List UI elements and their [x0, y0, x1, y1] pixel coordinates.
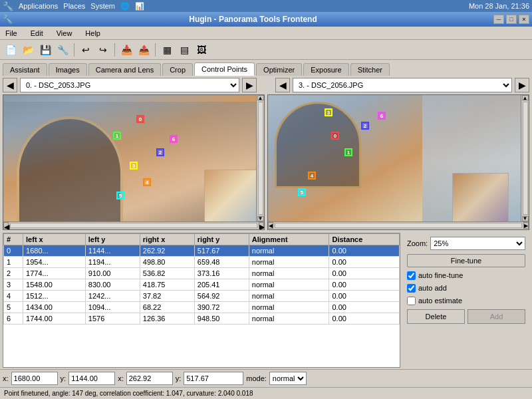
zoom-row: Zoom: 25% — [407, 237, 525, 250]
export-button[interactable]: 📤 — [136, 42, 152, 58]
cp-right-1: 1 — [344, 148, 352, 156]
cp-left-0: 0 — [136, 115, 144, 123]
left-hscroll[interactable]: ◀ ▶ — [3, 221, 264, 229]
save-button[interactable]: 💾 — [37, 42, 53, 58]
redo-button[interactable]: ↪ — [95, 42, 111, 58]
preview-button[interactable]: 🖼 — [194, 42, 209, 58]
cp-right-6: 6 — [378, 112, 386, 120]
auto-estimate-checkbox[interactable] — [407, 297, 416, 305]
col-right-x[interactable]: right x — [140, 233, 194, 245]
tab-camera-lens[interactable]: Camera and Lens — [88, 63, 161, 76]
x2-input[interactable] — [126, 372, 173, 385]
action-row: Delete Add — [407, 309, 525, 324]
title-bar-buttons: ─ □ × — [493, 15, 529, 24]
col-left-y[interactable]: left y — [85, 233, 140, 245]
maximize-button[interactable]: □ — [506, 15, 517, 24]
tab-assistant[interactable]: Assistant — [3, 63, 47, 76]
left-vscroll[interactable]: ▲ ▼ — [256, 95, 264, 221]
import-button[interactable]: 📥 — [118, 42, 134, 58]
table-row[interactable]: 01680...1144...262.92517.67normal0.00 — [4, 245, 400, 256]
status-text: Point finetuned, angle: 147 deg, correla… — [4, 390, 253, 397]
app-icon: 🔧 — [3, 1, 13, 11]
title-bar: 🔧 Hugin - Panorama Tools Frontend ─ □ × — [0, 12, 532, 27]
cp-table: # left x left y right x right y Alignmen… — [3, 233, 400, 325]
right-vscroll[interactable]: ▲ ▼ — [521, 95, 529, 221]
control-points-table[interactable]: # left x left y right x right y Alignmen… — [3, 233, 400, 368]
audio-icon: 📊 — [135, 2, 144, 11]
mode-select[interactable]: normal — [269, 372, 307, 385]
cp-right-2: 2 — [361, 122, 369, 130]
system-menu[interactable]: System — [90, 2, 115, 10]
x1-input[interactable] — [11, 372, 58, 385]
cp-left-5: 5 — [116, 192, 124, 200]
fine-tune-button[interactable]: Fine-tune — [407, 254, 525, 267]
help-menu[interactable]: Help — [82, 28, 103, 39]
table-section: # left x left y right x right y Alignmen… — [0, 233, 532, 370]
right-next-button[interactable]: ▶ — [515, 78, 529, 92]
file-menu[interactable]: File — [3, 28, 20, 39]
cp-left-6: 6 — [170, 135, 178, 143]
col-right-y[interactable]: right y — [194, 233, 249, 245]
col-num[interactable]: # — [4, 233, 23, 245]
cp-left-1: 1 — [113, 132, 121, 140]
y2-label: y: — [176, 374, 182, 382]
auto-fine-tune-label: auto fine-tune — [418, 271, 463, 279]
minimize-button[interactable]: ─ — [493, 15, 504, 24]
grid-button[interactable]: ▦ — [159, 42, 175, 58]
grid2-button[interactable]: ▤ — [176, 42, 192, 58]
tab-stitcher[interactable]: Stitcher — [350, 63, 390, 76]
open-button[interactable]: 📂 — [20, 42, 36, 58]
title: Hugin - Panorama Tools Frontend — [189, 15, 317, 24]
auto-add-label: auto add — [418, 284, 447, 292]
left-prev-button[interactable]: ◀ — [3, 78, 17, 92]
settings-button[interactable]: 🔧 — [55, 42, 70, 58]
right-hscroll[interactable]: ◀ ▶ — [268, 221, 529, 229]
delete-button[interactable]: Delete — [407, 309, 465, 324]
col-distance[interactable]: Distance — [329, 233, 400, 245]
left-next-button[interactable]: ▶ — [242, 78, 257, 92]
toolbar-sep-3 — [155, 43, 156, 57]
add-button[interactable]: Add — [467, 309, 525, 324]
y1-input[interactable] — [68, 372, 115, 385]
applications-menu[interactable]: Applications — [19, 2, 58, 10]
tab-crop[interactable]: Crop — [162, 63, 193, 76]
tab-images[interactable]: Images — [49, 63, 87, 76]
col-left-x[interactable]: left x — [23, 233, 86, 245]
panels-row: 0 1 2 3 4 5 6 ◀ ▶ ▲ ▼ — [0, 94, 532, 233]
left-image-panel[interactable]: 0 1 2 3 4 5 6 ◀ ▶ ▲ ▼ — [3, 94, 265, 230]
cp-right-0: 0 — [331, 132, 339, 140]
undo-button[interactable]: ↩ — [78, 42, 94, 58]
right-prev-button[interactable]: ◀ — [275, 78, 290, 92]
system-bar-left: 🔧 Applications Places System 🌐 📊 — [3, 1, 144, 11]
clock: Mon 28 Jan, 21:36 — [469, 2, 529, 10]
table-row[interactable]: 61744.001576126.36948.50normal0.00 — [4, 313, 400, 324]
tab-exposure[interactable]: Exposure — [303, 63, 348, 76]
auto-fine-tune-checkbox[interactable] — [407, 271, 416, 280]
y2-input[interactable] — [184, 372, 243, 385]
system-bar: 🔧 Applications Places System 🌐 📊 Mon 28 … — [0, 0, 532, 12]
table-row[interactable]: 51434.001094...68.22390.72normal0.00 — [4, 301, 400, 313]
status-bar: Point finetuned, angle: 147 deg, correla… — [0, 387, 532, 399]
table-row[interactable]: 41512...1242...37.82564.92normal0.00 — [4, 290, 400, 301]
table-row[interactable]: 11954...1194...498.80659.48normal0.00 — [4, 256, 400, 267]
zoom-label: Zoom: — [407, 239, 428, 247]
edit-menu[interactable]: Edit — [28, 28, 46, 39]
left-image-select[interactable]: 0. - DSC_2053.JPG — [20, 78, 239, 92]
zoom-select[interactable]: 25% — [430, 237, 525, 250]
table-row[interactable]: 21774...910.00536.82373.16normal0.00 — [4, 267, 400, 279]
tab-control-points[interactable]: Control Points — [194, 63, 255, 76]
auto-add-checkbox[interactable] — [407, 284, 416, 293]
tab-optimizer[interactable]: Optimizer — [256, 63, 302, 76]
auto-fine-tune-row: auto fine-tune — [407, 271, 525, 280]
table-row[interactable]: 31548.00830.00418.75205.41normal0.00 — [4, 279, 400, 290]
places-menu[interactable]: Places — [63, 2, 85, 10]
auto-estimate-row: auto estimate — [407, 297, 525, 305]
close-button[interactable]: × — [519, 15, 529, 24]
right-image-panel[interactable]: 0 1 2 3 4 5 6 ◀ ▶ ▲ ▼ — [267, 94, 529, 230]
view-menu[interactable]: View — [54, 28, 75, 39]
new-button[interactable]: 📄 — [3, 42, 19, 58]
cp-left-3: 3 — [130, 162, 138, 170]
image-nav-row: ◀ 0. - DSC_2053.JPG ▶ ◀ 3. - DSC_2056.JP… — [0, 76, 532, 94]
col-alignment[interactable]: Alignment — [249, 233, 329, 245]
right-image-select[interactable]: 3. - DSC_2056.JPG — [293, 78, 512, 92]
